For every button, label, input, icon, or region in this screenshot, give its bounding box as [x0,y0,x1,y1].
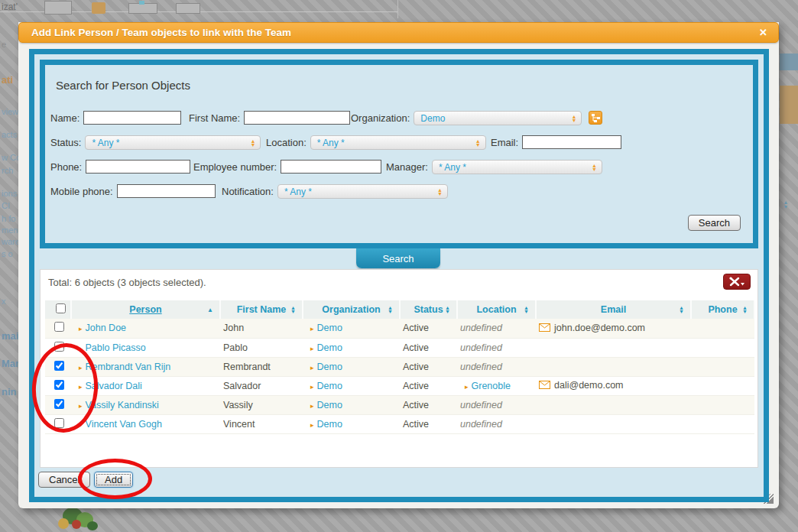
select-all-header[interactable] [45,300,71,319]
results-summary: Total: 6 objects (3 objects selected). [48,277,206,288]
person-link[interactable]: John Doe [86,323,127,333]
location-select[interactable]: * Any * ▲▼ [310,135,486,150]
link-bullet-icon: ▸ [310,383,314,391]
phone-cell [691,357,754,376]
email-cell [536,414,691,433]
select-arrows-icon: ▲▼ [592,164,597,171]
table-row: ▸Salvador Dali Salvador ▸Demo Active ▸Gr… [45,376,754,395]
link-bullet-icon: ▸ [310,421,314,429]
location-cell: ▸Grenoble [457,376,536,395]
row-checkbox[interactable] [54,380,64,390]
organization-link[interactable]: Demo [317,323,342,333]
background-fragment [92,2,105,14]
background-fragment: men [2,225,18,235]
actions-menu-button[interactable] [723,274,751,290]
manager-label: Manager: [386,161,428,173]
phone-cell [691,414,754,433]
close-icon[interactable]: ✕ [757,27,769,38]
background-fragment [128,3,157,14]
organization-link[interactable]: Demo [317,381,342,391]
notification-label: Notification: [222,186,274,197]
background-fragment: ions [2,189,17,198]
manager-select[interactable]: * Any * ▲▼ [432,160,602,174]
organization-hierarchy-button[interactable] [589,111,602,125]
column-header-person[interactable]: Person▲ [71,300,220,319]
email-icon [539,323,550,334]
person-link[interactable]: Salvador Dali [86,381,142,391]
row-checkbox[interactable] [54,342,64,352]
phone-label: Phone: [50,161,82,173]
organization-link[interactable]: Demo [317,419,342,430]
add-button[interactable]: Add [94,472,133,488]
person-link[interactable]: Pablo Picasso [86,342,146,353]
email-input[interactable] [522,135,621,149]
location-undefined: undefined [460,362,502,372]
column-header-first-name[interactable]: First Name▲▼ [220,300,303,319]
column-header-location[interactable]: Location▲▼ [457,300,536,319]
organization-link[interactable]: Demo [317,342,342,353]
background-fragment: izat' [2,2,18,12]
name-label: Name: [50,112,79,124]
first-name-cell: Salvador [220,376,303,395]
column-header-status[interactable]: Status▲▼ [400,300,457,319]
location-undefined: undefined [460,323,502,333]
first-name-cell: Pablo [220,338,303,357]
search-form-heading: Search for Person Objects [56,79,190,92]
employee-number-input[interactable] [281,160,381,174]
row-checkbox[interactable] [54,322,64,332]
status-cell: Active [400,357,457,376]
phone-cell [691,395,754,414]
table-row: ▸Pablo Picasso Pablo ▸Demo Active undefi… [45,338,754,357]
select-arrows-icon: ▲▼ [251,139,256,147]
link-bullet-icon: ▸ [79,402,83,410]
background-fragment: h fo [2,214,15,223]
cancel-button[interactable]: Cancel [38,472,90,488]
status-select[interactable]: * Any * ▲▼ [85,135,261,150]
search-button[interactable]: Search [688,215,741,231]
select-all-checkbox[interactable] [56,303,66,313]
background-sidebar-fragments: izat'eativiewactsw CorchionsCIh fomenwar… [0,0,20,504]
link-bullet-icon: ▸ [79,364,83,371]
phone-cell [691,338,754,357]
background-fragment [397,0,398,18]
background-fragment [139,1,144,5]
row-checkbox[interactable] [54,361,64,371]
column-header-email[interactable]: Email▲▼ [536,300,691,319]
row-checkbox[interactable] [54,418,64,428]
background-fragment: e [2,40,6,49]
sort-indicator-icon: ▲▼ [388,306,393,313]
first-name-input[interactable] [244,111,350,125]
organization-select[interactable]: Demo ▲▼ [414,111,582,125]
first-name-label: First Name: [189,112,240,124]
background-fragment [44,1,72,15]
first-name-cell: Vincent [220,414,303,433]
background-fragment: nin [2,386,17,397]
name-input[interactable] [83,111,181,125]
background-fragment: rch [2,166,13,175]
table-row: ▸Rembrandt Van Rijn Rembrandt ▸Demo Acti… [45,357,754,376]
status-cell: Active [400,395,457,414]
row-checkbox[interactable] [54,399,64,409]
column-header-organization[interactable]: Organization▲▼ [303,300,400,319]
column-label: Email [601,304,626,315]
notification-select[interactable]: * Any * ▲▼ [277,184,448,199]
column-label: Status [414,304,443,315]
organization-link[interactable]: Demo [317,362,342,372]
person-link[interactable]: Vassily Kandinski [86,400,159,410]
status-cell: Active [400,376,457,395]
person-link[interactable]: Vincent Van Gogh [86,419,162,430]
organization-link[interactable]: Demo [317,400,342,410]
column-label: Person [129,304,161,315]
link-bullet-icon: ▸ [79,345,83,352]
dialog-titlebar[interactable]: Add Link Person / Team objects to link w… [18,22,779,43]
column-header-phone[interactable]: Phone▲▼ [691,300,754,319]
background-mascot-image [57,506,110,532]
mobile-phone-input[interactable] [117,184,216,198]
search-tab[interactable]: Search [356,248,440,268]
location-link[interactable]: Grenoble [472,381,511,391]
phone-cell [691,319,754,338]
person-link[interactable]: Rembrandt Van Rijn [86,362,171,372]
column-label: Organization [322,304,380,315]
background-fragment: s o [2,249,13,258]
phone-input[interactable] [86,160,190,174]
